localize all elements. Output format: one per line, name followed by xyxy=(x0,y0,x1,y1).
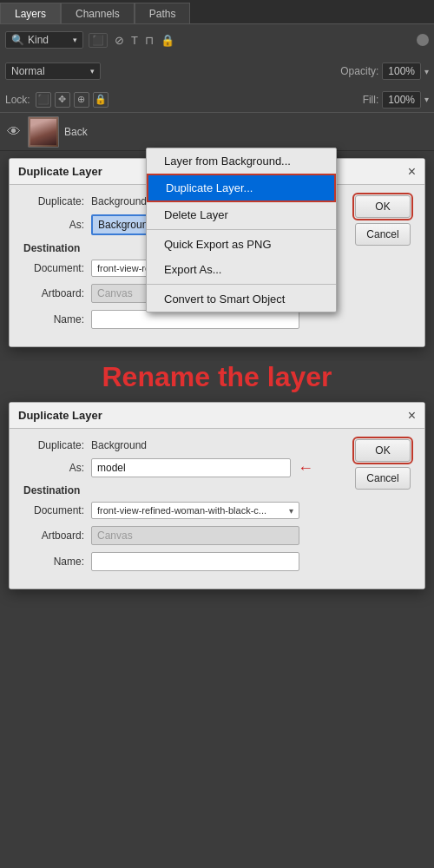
duplicate-layer-dialog-2: Duplicate Layer × Duplicate: Background … xyxy=(9,402,425,589)
dialog2-duplicate-label: Duplicate: xyxy=(23,439,84,451)
lock-row: Lock: ⬛ ✥ ⊕ 🔒 Fill: 100% ▾ xyxy=(0,87,434,113)
layer-visibility-icon[interactable]: 👁 xyxy=(5,124,23,140)
dialog1-document-label: Document: xyxy=(23,262,84,274)
dialog2-close-button[interactable]: × xyxy=(408,409,416,423)
dialog1-name-input[interactable] xyxy=(91,310,299,329)
lock-artboards-icon[interactable]: ⊕ xyxy=(74,92,89,108)
photoshop-panel: Layers Channels Paths 🔍 Kind ▾ ⬛ ⊘ T ⊓ 🔒… xyxy=(0,0,434,151)
shape-filter-icon[interactable]: ⊓ xyxy=(145,34,154,47)
dialog2-body: Duplicate: Background As: ← Destination … xyxy=(10,429,424,589)
tab-paths[interactable]: Paths xyxy=(135,3,191,23)
dialog2-artboard-label: Artboard: xyxy=(23,529,84,542)
filter-kind-dropdown[interactable]: 🔍 Kind ▾ xyxy=(5,31,83,49)
dialog1-duplicate-value: Background xyxy=(91,195,147,207)
dialog2-buttons: OK Cancel xyxy=(355,439,411,578)
document2-dropdown-arrow: ▾ xyxy=(289,506,293,516)
rename-label: Rename the layer xyxy=(9,361,425,393)
context-menu-divider-1 xyxy=(147,229,336,230)
dialog2-wrapper: Duplicate Layer × Duplicate: Background … xyxy=(0,402,434,598)
opacity-arrow-icon: ▾ xyxy=(424,67,429,76)
dialog2-name-row: Name: xyxy=(23,552,339,571)
dialog2-ok-button[interactable]: OK xyxy=(355,439,411,462)
pixel-filter-icon[interactable]: ⬛ xyxy=(89,33,108,48)
menu-item-duplicate-layer[interactable]: Duplicate Layer... xyxy=(147,174,336,202)
rename-label-section: Rename the layer xyxy=(0,361,434,393)
filter-icons: ⬛ ⊘ T ⊓ 🔒 xyxy=(89,33,174,48)
dialog2-as-input[interactable] xyxy=(91,458,291,477)
dialog2-duplicate-row: Duplicate: Background xyxy=(23,439,339,451)
dialog2-document-label: Document: xyxy=(23,504,84,516)
blending-row: Normal ▾ Opacity: 100% ▾ xyxy=(0,56,434,87)
panel-tabs: Layers Channels Paths xyxy=(0,0,434,24)
dialog2-cancel-button[interactable]: Cancel xyxy=(355,467,411,490)
dialog2-fields: Duplicate: Background As: ← Destination … xyxy=(23,439,339,578)
menu-item-quick-export[interactable]: Quick Export as PNG xyxy=(147,232,336,257)
blend-mode-dropdown[interactable]: Normal ▾ xyxy=(5,62,101,80)
dialog2-title: Duplicate Layer xyxy=(18,409,102,422)
chevron-down-icon: ▾ xyxy=(73,36,77,44)
dialog1-artboard-label: Artboard: xyxy=(23,287,84,299)
dialog2-duplicate-value: Background xyxy=(91,439,147,451)
menu-item-layer-from-background[interactable]: Layer from Background... xyxy=(147,148,336,174)
dialog1-cancel-button[interactable]: Cancel xyxy=(355,223,411,246)
layer-filter-toolbar: 🔍 Kind ▾ ⬛ ⊘ T ⊓ 🔒 xyxy=(0,24,434,56)
dialog2-name-input[interactable] xyxy=(91,552,299,571)
dialog1-close-button[interactable]: × xyxy=(408,165,416,179)
chevron-down-icon: ▾ xyxy=(90,67,95,76)
dialog1-name-label: Name: xyxy=(23,313,84,326)
menu-item-export-as[interactable]: Export As... xyxy=(147,257,336,282)
dialog2-name-label: Name: xyxy=(23,556,84,568)
lock-icons-group: ⬛ ✥ ⊕ 🔒 xyxy=(36,92,108,108)
menu-item-convert-smart-object[interactable]: Convert to Smart Object xyxy=(147,286,336,312)
layer-row[interactable]: 👁 Back xyxy=(0,113,434,151)
opacity-group: Opacity: 100% ▾ xyxy=(340,62,429,80)
dialog1-as-label: As: xyxy=(23,219,84,231)
dialog2-artboard-dropdown: Canvas xyxy=(91,526,299,545)
context-menu-divider-2 xyxy=(147,284,336,285)
dialog2-document-row: Document: front-view-refined-woman-with-… xyxy=(23,502,339,519)
tab-layers[interactable]: Layers xyxy=(0,3,61,23)
fill-arrow-icon: ▾ xyxy=(424,95,429,104)
menu-item-delete-layer[interactable]: Delete Layer xyxy=(147,202,336,227)
dialog2-as-row: As: ← xyxy=(23,458,339,477)
lock-pixels-icon[interactable]: ⬛ xyxy=(36,92,51,108)
layer-thumbnail xyxy=(28,116,59,148)
filter-toggle[interactable] xyxy=(417,34,429,46)
dialog1-buttons: OK Cancel xyxy=(355,195,411,336)
arrow-indicator-2: ← xyxy=(298,459,313,477)
dialog1-title: Duplicate Layer xyxy=(18,165,102,178)
adjustment-filter-icon[interactable]: ⊘ xyxy=(115,34,124,47)
tab-channels[interactable]: Channels xyxy=(61,3,135,23)
dialog1-name-row: Name: xyxy=(23,310,339,329)
dialog2-content: Duplicate: Background As: ← Destination … xyxy=(23,439,411,578)
dialog2-titlebar: Duplicate Layer × xyxy=(10,403,424,429)
lock-all-icon[interactable]: 🔒 xyxy=(93,92,108,108)
search-icon: 🔍 xyxy=(11,34,24,46)
dialog1-duplicate-label: Duplicate: xyxy=(23,195,84,207)
type-filter-icon[interactable]: T xyxy=(131,34,138,47)
lock-position-icon[interactable]: ✥ xyxy=(55,92,70,108)
fill-group: Fill: 100% ▾ xyxy=(363,91,429,108)
dialog2-as-label: As: xyxy=(23,462,84,474)
dialog2-document-dropdown[interactable]: front-view-refined-woman-with-black-c...… xyxy=(91,502,299,519)
dialog2-destination-label: Destination xyxy=(23,484,339,496)
context-menu: Layer from Background... Duplicate Layer… xyxy=(146,148,337,312)
dialog2-artboard-row: Artboard: Canvas xyxy=(23,526,339,545)
dialog1-ok-button[interactable]: OK xyxy=(355,195,411,218)
smart-filter-icon[interactable]: 🔒 xyxy=(161,34,174,47)
